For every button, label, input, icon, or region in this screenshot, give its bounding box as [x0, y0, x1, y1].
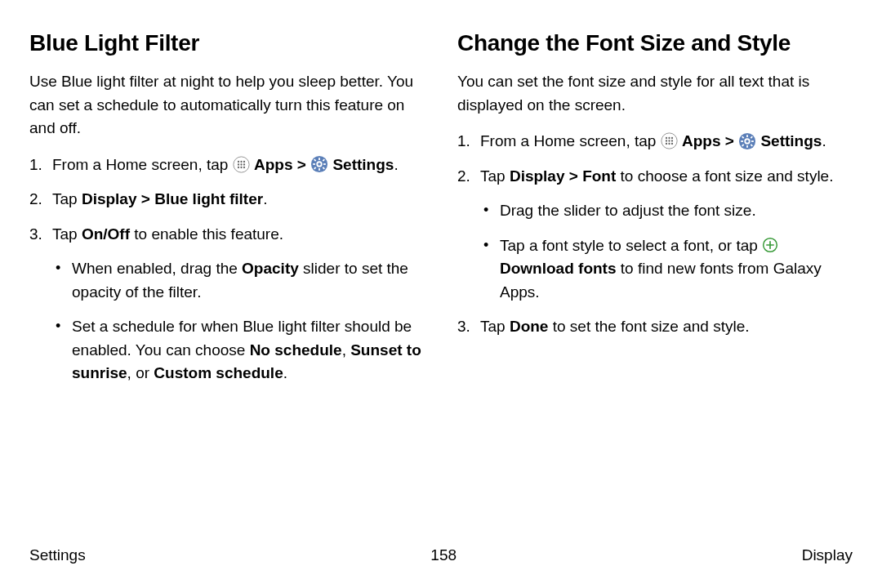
svg-point-5: [240, 163, 242, 165]
svg-rect-14: [323, 164, 326, 166]
svg-rect-32: [741, 140, 743, 142]
svg-rect-13: [313, 164, 315, 166]
right-column: Change the Font Size and Style You can s…: [457, 26, 853, 397]
bullet-item: Set a schedule for when Blue light filte…: [52, 315, 425, 385]
apps-icon: [661, 132, 678, 149]
svg-point-22: [671, 137, 673, 139]
heading-blue-light: Blue Light Filter: [29, 26, 425, 60]
intro-text: Use Blue light filter at night to help y…: [29, 70, 425, 140]
svg-point-25: [671, 140, 673, 142]
svg-rect-30: [746, 135, 748, 137]
sub-bullets: When enabled, drag the Opacity slider to…: [52, 257, 425, 385]
svg-rect-33: [751, 140, 754, 142]
intro-text: You can set the font size and style for …: [457, 70, 853, 117]
svg-point-3: [243, 161, 245, 163]
plus-icon: [762, 237, 778, 253]
step-item: Tap Display > Font to choose a font size…: [457, 165, 853, 305]
apps-icon: [233, 156, 250, 173]
step-item: From a Home screen, tap Apps > Settings.: [457, 130, 853, 154]
svg-point-21: [668, 137, 670, 139]
bullet-item: When enabled, drag the Opacity slider to…: [52, 257, 425, 304]
bullet-item: Tap a font style to select a font, or ta…: [480, 234, 853, 305]
svg-point-24: [668, 140, 670, 142]
footer-left: Settings: [29, 544, 86, 568]
svg-point-6: [243, 163, 245, 165]
svg-point-2: [240, 161, 242, 163]
step-item: Tap Done to set the font size and style.: [457, 315, 853, 339]
step-item: From a Home screen, tap Apps > Settings.: [29, 154, 425, 177]
svg-point-4: [238, 163, 239, 165]
step-item: Tap Display > Blue light filter.: [29, 188, 425, 212]
steps-list: From a Home screen, tap Apps > Settings.…: [29, 154, 425, 385]
bullet-item: Drag the slider to adjust the font size.: [480, 199, 853, 223]
settings-icon: [738, 132, 756, 150]
settings-icon: [310, 155, 328, 173]
heading-font: Change the Font Size and Style: [457, 26, 853, 60]
svg-point-27: [668, 143, 670, 145]
svg-point-23: [666, 140, 667, 142]
svg-point-1: [238, 161, 239, 163]
page-footer: Settings 158 Display: [29, 544, 853, 568]
steps-list: From a Home screen, tap Apps > Settings.…: [457, 130, 853, 339]
svg-rect-12: [318, 169, 320, 172]
step-item: Tap On/Off to enable this feature. When …: [29, 223, 425, 385]
left-column: Blue Light Filter Use Blue light filter …: [29, 26, 425, 397]
footer-right: Display: [802, 544, 853, 568]
svg-point-9: [243, 167, 245, 168]
svg-rect-11: [318, 158, 320, 161]
svg-point-7: [238, 167, 239, 168]
svg-point-28: [671, 143, 673, 145]
svg-point-20: [666, 137, 667, 139]
sub-bullets: Drag the slider to adjust the font size.…: [480, 199, 853, 304]
page-number: 158: [430, 544, 457, 568]
svg-rect-31: [746, 145, 748, 148]
svg-point-26: [666, 143, 667, 145]
svg-point-8: [240, 167, 242, 168]
